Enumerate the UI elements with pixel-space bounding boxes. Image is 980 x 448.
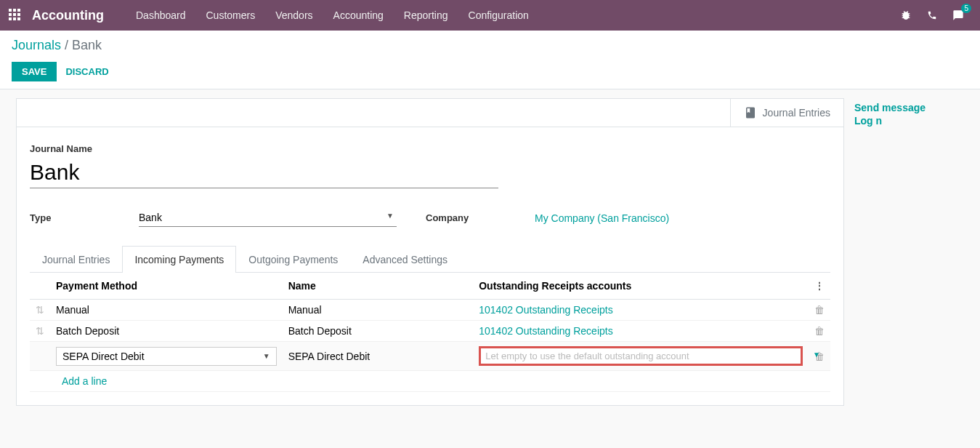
chatter-sidebar: Send message Log n <box>844 98 975 406</box>
col-account: Outstanding Receipts accounts <box>473 273 809 300</box>
form-sheet: Journal Entries Journal Name Type Bank ▼… <box>16 98 844 406</box>
tab-outgoing-payments[interactable]: Outgoing Payments <box>236 246 350 273</box>
stat-button-label: Journal Entries <box>763 107 830 119</box>
payment-methods-table: Payment Method Name Outstanding Receipts… <box>30 273 830 392</box>
company-label: Company <box>426 212 520 223</box>
nav-customers[interactable]: Customers <box>196 9 266 21</box>
company-link[interactable]: My Company (San Francisco) <box>535 212 669 224</box>
chevron-down-icon: ▼ <box>386 212 394 220</box>
tab-incoming-payments[interactable]: Incoming Payments <box>122 246 236 273</box>
breadcrumb-sep: / <box>65 38 72 52</box>
type-label: Type <box>30 212 124 223</box>
col-name: Name <box>283 273 474 300</box>
tabs: Journal Entries Incoming Payments Outgoi… <box>30 246 830 273</box>
payment-method-select[interactable]: SEPA Direct Debit ▼ <box>56 347 277 366</box>
trash-icon[interactable]: 🗑 <box>809 300 830 321</box>
trash-icon[interactable]: 🗑 <box>809 321 830 342</box>
journal-name-label: Journal Name <box>30 143 830 154</box>
chevron-down-icon: ▼ <box>263 352 270 360</box>
bug-icon[interactable] <box>896 5 916 25</box>
book-icon <box>744 106 757 119</box>
breadcrumb-current: Bank <box>72 38 102 52</box>
chat-icon[interactable]: 5 <box>948 5 968 25</box>
send-message-link[interactable]: Send message <box>854 102 926 113</box>
save-button[interactable]: SAVE <box>12 62 57 81</box>
outstanding-account-input[interactable] <box>485 351 796 361</box>
drag-handle-icon[interactable]: ⇅ <box>30 300 50 321</box>
discard-button[interactable]: DISCARD <box>65 66 108 77</box>
app-brand[interactable]: Accounting <box>32 8 104 23</box>
control-panel: Journals / Bank SAVE DISCARD <box>0 31 980 89</box>
type-value: Bank <box>139 209 397 226</box>
breadcrumb-parent[interactable]: Journals <box>12 38 61 52</box>
kebab-icon[interactable]: ⋮ <box>809 273 830 300</box>
breadcrumb: Journals / Bank <box>12 38 968 53</box>
nav-vendors[interactable]: Vendors <box>265 9 323 21</box>
journal-entries-button[interactable]: Journal Entries <box>730 99 843 127</box>
tab-journal-entries[interactable]: Journal Entries <box>30 246 122 273</box>
nav-accounting[interactable]: Accounting <box>323 9 394 21</box>
journal-name-input[interactable] <box>30 157 498 188</box>
col-payment-method: Payment Method <box>50 273 283 300</box>
apps-icon[interactable] <box>9 9 22 22</box>
tab-advanced-settings[interactable]: Advanced Settings <box>350 246 460 273</box>
table-row-editing: SEPA Direct Debit ▼ SEPA Direct Debit ▼ <box>30 342 830 371</box>
chevron-down-icon[interactable]: ▼ <box>813 351 820 359</box>
nav-configuration[interactable]: Configuration <box>458 9 539 21</box>
drag-handle-icon[interactable]: ⇅ <box>30 321 50 342</box>
table-row: ⇅ Batch Deposit Batch Deposit 101402 Out… <box>30 321 830 342</box>
chat-badge: 5 <box>961 4 971 13</box>
table-row: ⇅ Manual Manual 101402 Outstanding Recei… <box>30 300 830 321</box>
phone-icon[interactable] <box>922 5 942 25</box>
navbar: Accounting Dashboard Customers Vendors A… <box>0 0 980 31</box>
nav-reporting[interactable]: Reporting <box>394 9 458 21</box>
nav-dashboard[interactable]: Dashboard <box>126 9 196 21</box>
outstanding-account-input-highlighted[interactable] <box>479 346 803 366</box>
log-note-link[interactable]: Log n <box>854 115 882 127</box>
add-line-link[interactable]: Add a line <box>56 369 113 393</box>
type-select[interactable]: Bank ▼ <box>139 209 397 227</box>
